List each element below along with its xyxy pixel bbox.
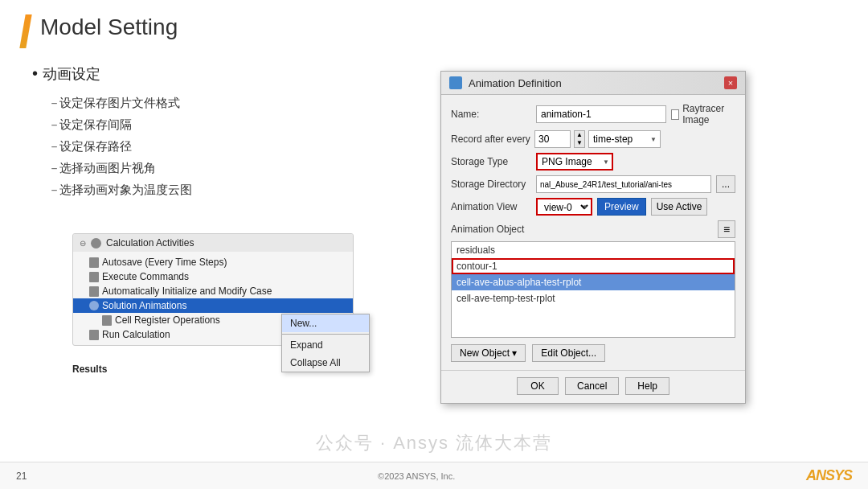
header-accent [19,14,31,48]
animation-object-section-header: Animation Object ≡ [451,220,735,238]
record-row: Record after every ▲ ▼ time-step time-st… [451,130,735,148]
ansys-logo: ANSYS [806,467,852,484]
circle-icon-animations [89,301,99,310]
name-row: Name: Raytracer Image [451,103,735,125]
name-label: Name: [451,109,531,120]
record-unit-select[interactable]: time-step time-step iteration [588,130,661,148]
animation-object-list: residuals contour-1 cell-ave-abus-alpha-… [451,241,735,338]
view-select-wrapper: view-0 [536,198,592,216]
browse-button[interactable]: ... [716,175,735,193]
tree-item-execute[interactable]: Execute Commands [73,269,353,284]
ok-button[interactable]: OK [517,377,559,395]
edit-object-button[interactable]: Edit Object... [532,344,605,362]
file-icon-run [89,330,99,340]
context-menu-expand[interactable]: Expand [282,336,369,354]
preview-button[interactable]: Preview [597,198,646,216]
file-icon-initialize [89,286,99,297]
page-title: Model Setting [40,14,178,40]
left-panel: 动画设定 设定保存图片文件格式 设定保存间隔 设定保存路径 选择动画图片视角 选… [32,64,418,200]
object-list-item-contour[interactable]: contour-1 [452,258,735,274]
record-unit-wrapper: time-step time-step iteration [588,130,661,148]
raytracer-label: Raytracer Image [682,103,735,125]
spinner-arrows: ▲ ▼ [574,130,585,148]
record-label: Record after every [451,134,531,145]
context-menu-collapse[interactable]: Collapse All [282,354,369,372]
storage-dir-label: Storage Directory [451,179,531,190]
object-list-item-cell-ave-abus[interactable]: cell-ave-abus-alpha-test-rplot [452,274,735,290]
storage-type-row: Storage Type PNG Image JPEG Image PPM Im… [451,153,735,171]
tree-label-execute: Execute Commands [102,271,189,282]
results-label: Results [72,364,107,375]
tree-label-cell-register: Cell Register Operations [115,314,220,326]
storage-dir-input[interactable] [536,175,711,193]
animation-view-select[interactable]: view-0 [536,198,592,216]
dialog-footer: OK Cancel Help [441,370,745,403]
sub-item-2: 设定保存间隔 [48,113,418,135]
animation-definition-dialog: Animation Definition × Name: Raytracer I… [440,71,746,404]
cancel-button[interactable]: Cancel [565,377,619,395]
dialog-bottom-buttons: New Object ▾ Edit Object... [451,344,735,362]
tree-label-initialize: Automatically Initialize and Modify Case [102,286,272,297]
dialog-title-area: Animation Definition [449,76,562,89]
name-input[interactable] [536,105,666,123]
animation-object-label: Animation Object [451,224,524,235]
file-icon-autosave [89,257,99,268]
tree-header-label: Calculation Activities [106,237,194,249]
object-list-item-residuals[interactable]: residuals [452,242,735,258]
animation-object-menu-btn[interactable]: ≡ [718,220,735,238]
help-button[interactable]: Help [625,377,669,395]
storage-type-select[interactable]: PNG Image JPEG Image PPM Image [536,153,613,171]
raytracer-checkbox-label: Raytracer Image [671,103,735,125]
spinner-down[interactable]: ▼ [575,139,584,147]
dialog-close-button[interactable]: × [724,76,737,89]
animation-view-row: Animation View view-0 Preview Use Active [451,198,735,216]
context-menu-new[interactable]: New... [282,314,369,332]
dialog-title-icon [449,76,462,89]
file-icon-execute [89,272,99,282]
animation-view-label: Animation View [451,201,531,212]
tree-label-autosave: Autosave (Every Time Steps) [102,257,227,268]
raytracer-checkbox[interactable] [671,109,679,120]
footer-bar: 21 ©2023 ANSYS, Inc. ANSYS [0,462,868,489]
tree-header: ⊖ Calculation Activities [73,234,353,252]
tree-item-initialize[interactable]: Automatically Initialize and Modify Case [73,284,353,298]
sub-items-list: 设定保存图片文件格式 设定保存间隔 设定保存路径 选择动画图片视角 选择动画对象… [32,92,418,200]
use-active-button[interactable]: Use Active [651,198,708,216]
file-icon-cell-register [102,315,112,326]
tree-collapse-icon[interactable]: ⊖ [80,239,86,248]
tree-label-run: Run Calculation [102,329,170,340]
storage-type-label: Storage Type [451,156,531,167]
watermark: 公众号 · Ansys 流体大本营 [0,431,868,455]
sub-item-3: 设定保存路径 [48,135,418,157]
sub-item-5: 选择动画对象为温度云图 [48,179,418,200]
sub-item-4: 选择动画图片视角 [48,157,418,179]
storage-dir-row: Storage Directory ... [451,175,735,193]
main-bullet: 动画设定 [32,64,418,84]
new-object-button[interactable]: New Object ▾ [451,344,526,362]
tree-label-animations: Solution Animations [102,300,186,311]
context-menu: New... Expand Collapse All [281,314,370,372]
spinner-up[interactable]: ▲ [575,131,584,139]
record-value-input[interactable] [534,130,571,148]
object-list-item-cell-ave-temp[interactable]: cell-ave-temp-test-rplot [452,290,735,306]
calculation-activities-icon [91,238,101,249]
footer-copyright: ©2023 ANSYS, Inc. [378,471,455,481]
footer-page-number: 21 [16,471,27,482]
dialog-titlebar: Animation Definition × [441,72,745,95]
sub-item-1: 设定保存图片文件格式 [48,92,418,113]
tree-item-autosave[interactable]: Autosave (Every Time Steps) [73,255,353,269]
context-menu-separator [282,334,369,335]
dialog-body: Name: Raytracer Image Record after every… [441,95,745,370]
tree-item-solution-animations[interactable]: Solution Animations [73,298,353,313]
dialog-title-label: Animation Definition [469,77,562,89]
storage-type-wrapper: PNG Image JPEG Image PPM Image [536,153,613,171]
